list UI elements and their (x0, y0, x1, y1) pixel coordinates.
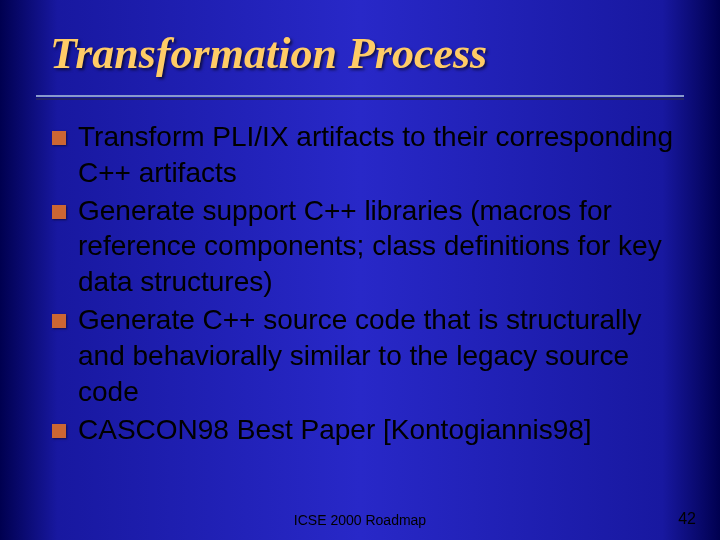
square-bullet-icon (52, 205, 66, 219)
square-bullet-icon (52, 314, 66, 328)
footer-center-text: ICSE 2000 Roadmap (0, 512, 720, 528)
square-bullet-icon (52, 424, 66, 438)
list-item: Transform PLI/IX artifacts to their corr… (52, 119, 680, 191)
slide-number: 42 (678, 510, 696, 528)
bullet-text: CASCON98 Best Paper [Kontogiannis98] (78, 412, 592, 448)
bullet-text: Transform PLI/IX artifacts to their corr… (78, 119, 680, 191)
title-divider (36, 95, 684, 101)
list-item: CASCON98 Best Paper [Kontogiannis98] (52, 412, 680, 448)
slide-title: Transformation Process (50, 28, 680, 79)
list-item: Generate C++ source code that is structu… (52, 302, 680, 409)
bullet-text: Generate C++ source code that is structu… (78, 302, 680, 409)
list-item: Generate support C++ libraries (macros f… (52, 193, 680, 300)
content-area: Transform PLI/IX artifacts to their corr… (0, 101, 720, 447)
square-bullet-icon (52, 131, 66, 145)
bullet-text: Generate support C++ libraries (macros f… (78, 193, 680, 300)
title-area: Transformation Process (0, 0, 720, 89)
